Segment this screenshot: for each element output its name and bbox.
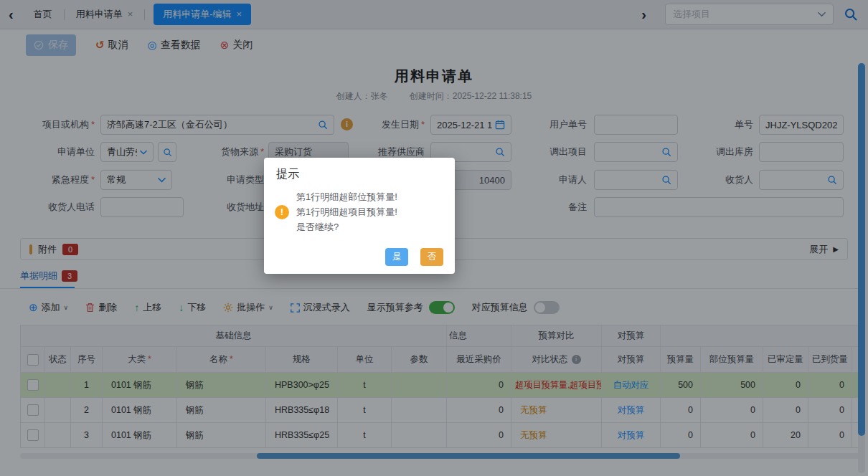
dialog-title: 提示 xyxy=(264,158,455,182)
dialog-line: 是否继续? xyxy=(296,219,397,234)
yes-button[interactable]: 是 xyxy=(385,248,408,266)
dialog-line: 第1行明细超项目预算量! xyxy=(296,204,397,219)
dialog-footer: 是 否 xyxy=(385,248,443,266)
confirm-dialog: 提示 ! 第1行明细超部位预算量! 第1行明细超项目预算量! 是否继续? 是 否 xyxy=(264,158,455,274)
no-button[interactable]: 否 xyxy=(420,248,443,266)
dialog-body: ! 第1行明细超部位预算量! 第1行明细超项目预算量! 是否继续? xyxy=(264,182,455,234)
warning-icon: ! xyxy=(275,205,289,219)
dialog-message: 第1行明细超部位预算量! 第1行明细超项目预算量! 是否继续? xyxy=(296,189,397,234)
dialog-line: 第1行明细超部位预算量! xyxy=(296,189,397,204)
